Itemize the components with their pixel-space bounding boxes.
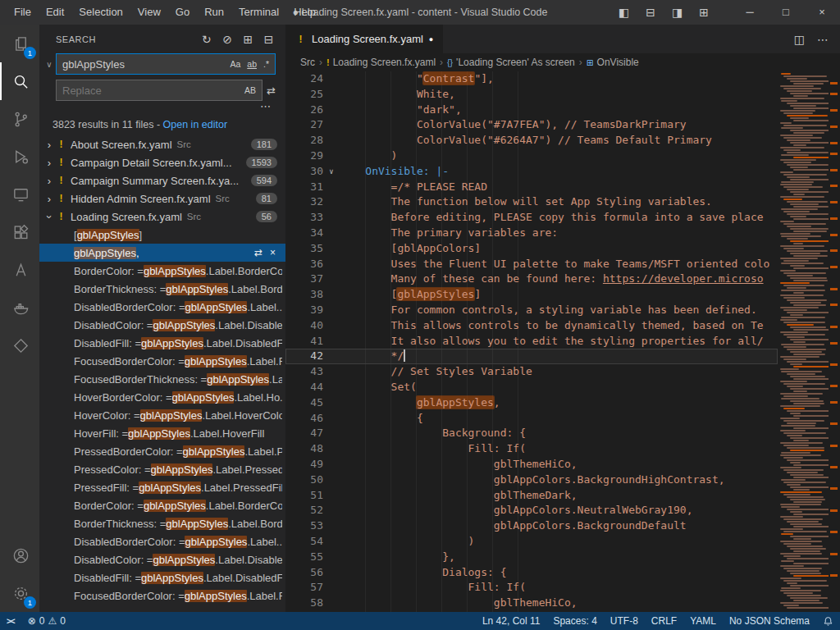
split-editor-icon[interactable]: ◫ <box>794 33 805 46</box>
menu-file[interactable]: File <box>7 0 39 25</box>
code-line[interactable]: 43 // Set Styles Variable <box>285 364 778 380</box>
file-result-row[interactable]: ›!Hidden Admin Screen.fx.yamlSrc81 <box>39 189 285 208</box>
breadcrumb-item[interactable]: {}'Loading Screen' As screen <box>447 57 575 68</box>
preserve-case-icon[interactable]: AB <box>242 84 258 97</box>
search-match-row[interactable]: DisabledBorderColor: =gblAppStyles.Label… <box>39 532 285 550</box>
run-debug-icon[interactable] <box>0 138 39 176</box>
code-line[interactable]: 58 gblThemeHiCo, <box>285 596 778 611</box>
dismiss-icon[interactable]: × <box>270 247 276 258</box>
minimize-button[interactable]: ─ <box>732 0 768 25</box>
twistie-icon[interactable]: › <box>43 175 56 187</box>
editor-content[interactable]: 24 "Contrast"],25 White,26 "dark",27 Col… <box>285 71 840 612</box>
twistie-icon[interactable]: › <box>43 193 56 205</box>
search-match-row[interactable]: DisabledFill: =gblAppStyles.Label.Disabl… <box>39 568 285 587</box>
code-line[interactable]: 46 { <box>285 411 778 427</box>
search-match-row[interactable]: HoverFill: =gblAppStyles.Label.HoverFill <box>39 424 285 442</box>
code-line[interactable]: 40 This allows controls to be dynamicall… <box>285 318 778 334</box>
source-control-icon[interactable] <box>0 100 39 138</box>
search-match-row[interactable]: BorderThickness: =gblAppStyles.Label.Bor… <box>39 514 285 532</box>
open-in-editor-link[interactable]: Open in editor <box>163 119 228 130</box>
modified-dot-icon[interactable]: ● <box>429 35 433 43</box>
search-match-row[interactable]: BorderColor: =gblAppStyles.Label.BorderC… <box>39 496 285 514</box>
language-mode[interactable]: YAML <box>683 612 723 630</box>
search-match-row[interactable]: PressedColor: =gblAppStyles.Label.Presse… <box>39 460 285 478</box>
code-line[interactable]: 34 The primary variables are: <box>285 226 778 241</box>
search-match-row[interactable]: DisabledColor: =gblAppStyles.Label.Disab… <box>39 550 285 568</box>
collapse-all-icon[interactable]: ⊟ <box>264 33 274 46</box>
menu-edit[interactable]: Edit <box>39 0 71 25</box>
file-result-row[interactable]: ›!Loading Screen.fx.yamlSrc56 <box>39 208 285 226</box>
toggle-sidebar-icon[interactable]: ◧ <box>619 6 629 19</box>
search-match-row[interactable]: BorderColor: =gblAppStyles.Label.BorderC… <box>39 262 285 280</box>
close-button[interactable]: × <box>804 0 840 25</box>
toggle-replace-icon[interactable]: ∨ <box>43 60 56 69</box>
menu-terminal[interactable]: Terminal <box>231 0 286 25</box>
menu-selection[interactable]: Selection <box>71 0 130 25</box>
file-result-row[interactable]: ›!Campaign Detail Screen.fx.yaml...1593 <box>39 153 285 171</box>
code-line[interactable]: 52 gblAppColors.NeutralWebGray190, <box>285 503 778 518</box>
search-input[interactable] <box>62 58 226 71</box>
code-line[interactable]: 44 Set( <box>285 380 778 395</box>
toggle-panel-icon[interactable]: ⊟ <box>646 6 655 19</box>
indentation[interactable]: Spaces: 4 <box>546 612 603 630</box>
menu-help[interactable]: Help <box>286 0 323 25</box>
notifications-bell-icon[interactable] <box>816 612 840 630</box>
code-line[interactable]: 25 White, <box>285 87 778 103</box>
code-line[interactable]: 32 The function below will set App Styli… <box>285 194 778 210</box>
extensions-icon[interactable] <box>0 213 39 251</box>
search-match-row[interactable]: FocusedBorderColor: =gblAppStyles.Label.… <box>39 587 285 605</box>
remote-explorer-icon[interactable] <box>0 176 39 213</box>
search-match-row[interactable]: DisabledColor: =gblAppStyles.Label.Disab… <box>39 316 285 334</box>
search-match-row[interactable]: PressedFill: =gblAppStyles.Label.Pressed… <box>39 478 285 496</box>
code-line[interactable]: 38 [gblAppStyles] <box>285 287 778 303</box>
code-line[interactable]: 30∨ OnVisible: |- <box>285 164 778 180</box>
code-line[interactable]: 26 "dark", <box>285 103 778 118</box>
code-line[interactable]: 50 gblAppColors.BackgroundHighContrast, <box>285 472 778 488</box>
toggle-secondary-sidebar-icon[interactable]: ◨ <box>672 6 682 19</box>
customize-layout-icon[interactable]: ⊞ <box>699 6 709 19</box>
cursor-position[interactable]: Ln 42, Col 11 <box>476 612 547 630</box>
code-line[interactable]: 28 ColorValue("#6264A7") // Teams Defaul… <box>285 133 778 148</box>
power-platform-icon[interactable] <box>0 326 39 364</box>
menu-run[interactable]: Run <box>197 0 231 25</box>
file-result-row[interactable]: ›!Campaign Summary Screen.fx.ya...594 <box>39 171 285 189</box>
schema-indicator[interactable]: No JSON Schema <box>723 612 816 630</box>
code-line[interactable]: 39 For common controls, a styling variab… <box>285 303 778 318</box>
remote-indicator[interactable]: >< <box>0 612 21 630</box>
breadcrumb-item[interactable]: ⊞OnVisible <box>587 57 639 68</box>
code-line[interactable]: 47 Background: { <box>285 426 778 441</box>
whole-word-icon[interactable]: ab <box>244 57 259 71</box>
code-line[interactable]: 37 Many of these can be found here: http… <box>285 272 778 287</box>
code-line[interactable]: 33 Before editing, PLEASE copy this form… <box>285 210 778 226</box>
search-match-row[interactable]: FocusedBorderThickness: =gblAppStyles.La… <box>39 370 285 388</box>
search-icon[interactable] <box>0 62 39 100</box>
refresh-icon[interactable]: ↻ <box>202 33 212 46</box>
fold-indicator[interactable]: ∨ <box>323 164 340 180</box>
open-search-editor-icon[interactable]: ⊞ <box>244 33 253 46</box>
code-line[interactable]: 36 Uses the Fluent UI palette to make Te… <box>285 257 778 272</box>
code-line[interactable]: 55 }, <box>285 550 778 565</box>
code-line[interactable]: 41 It also allows you to edit the stylin… <box>285 334 778 349</box>
azure-icon[interactable] <box>0 251 39 289</box>
code-line[interactable]: 54 ) <box>285 534 778 550</box>
replace-all-icon[interactable]: ⇄ <box>267 84 276 97</box>
search-match-row[interactable]: BorderThickness: =gblAppStyles.Label.Bor… <box>39 280 285 298</box>
search-match-row[interactable]: FocusedBorderColor: =gblAppStyles.Label.… <box>39 352 285 370</box>
code-line[interactable]: 57 Fill: If( <box>285 580 778 596</box>
twistie-icon[interactable]: › <box>43 210 56 223</box>
more-actions-icon[interactable]: ⋯ <box>817 33 829 46</box>
overview-ruler[interactable] <box>829 71 840 612</box>
code-line[interactable]: 27 ColorValue("#7A7FEA"), // TeamsDarkPr… <box>285 117 778 133</box>
menu-go[interactable]: Go <box>168 0 197 25</box>
tab-loading-screen[interactable]: ! Loading Screen.fx.yaml ● <box>285 25 443 53</box>
encoding[interactable]: UTF-8 <box>604 612 645 630</box>
manage-gear-icon[interactable]: 1 <box>0 574 39 612</box>
code-line[interactable]: 29 ) <box>285 148 778 164</box>
minimap[interactable] <box>778 71 829 612</box>
eol-sequence[interactable]: CRLF <box>645 612 683 630</box>
search-details-icon[interactable]: ⋯ <box>260 102 271 112</box>
code-line[interactable]: 24 "Contrast"], <box>285 71 778 87</box>
maximize-button[interactable]: □ <box>768 0 804 25</box>
code-line[interactable]: 45 gblAppStyles, <box>285 395 778 411</box>
code-line[interactable]: 49 gblThemeHiCo, <box>285 457 778 472</box>
